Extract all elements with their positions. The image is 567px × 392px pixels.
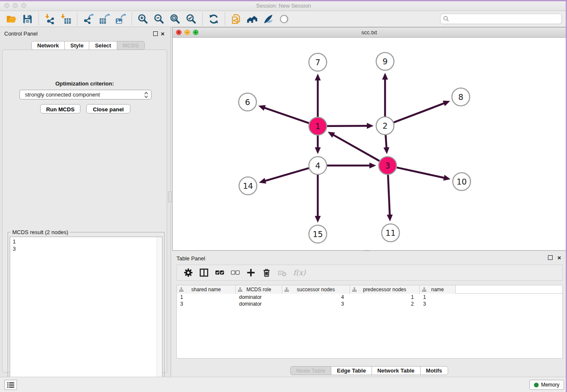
- tab-motifs[interactable]: Motifs: [420, 366, 448, 375]
- memory-status-icon: [534, 383, 539, 387]
- delete-column-button[interactable]: [259, 266, 274, 279]
- tab-edge-table[interactable]: Edge Table: [331, 366, 372, 375]
- duplicate-network-button[interactable]: [229, 12, 243, 26]
- save-session-button[interactable]: [21, 12, 34, 26]
- graph-node-9[interactable]: 9: [376, 52, 394, 70]
- column-header-name[interactable]: name: [420, 285, 456, 294]
- table-cell[interactable]: 3: [177, 301, 236, 307]
- column-header-shared-name[interactable]: shared name: [177, 285, 236, 294]
- table-cell[interactable]: 3: [282, 301, 350, 307]
- table-cell[interactable]: 3: [420, 301, 456, 307]
- unselect-all-columns-button[interactable]: [228, 266, 242, 279]
- network-graph[interactable]: 7968124314101511: [173, 38, 566, 250]
- control-panel-title: Control Panel: [4, 30, 38, 37]
- close-panel-button[interactable]: Close panel: [86, 104, 130, 113]
- graph-node-8[interactable]: 8: [452, 88, 470, 106]
- show-column-button[interactable]: [197, 266, 211, 279]
- float-panel-icon[interactable]: [153, 31, 158, 36]
- graph-node-3[interactable]: 3: [379, 157, 396, 174]
- table-cell[interactable]: dominator: [236, 301, 282, 307]
- graph-edge-arrow: [387, 215, 393, 221]
- graph-edge-3-11[interactable]: [388, 175, 390, 216]
- table-panel: Table Panel ×: [172, 252, 566, 377]
- float-table-panel-icon[interactable]: [548, 255, 553, 260]
- graph-edge-2-3[interactable]: [385, 135, 386, 149]
- graph-edge-3-1[interactable]: [333, 135, 380, 161]
- table-row[interactable]: 1dominator411: [177, 294, 562, 301]
- table-cell[interactable]: dominator: [236, 294, 282, 301]
- table-cell[interactable]: 4: [282, 294, 350, 301]
- memory-button[interactable]: Memory: [529, 380, 564, 390]
- zoom-out-button[interactable]: [152, 12, 166, 26]
- task-history-button[interactable]: [4, 380, 17, 390]
- search-input[interactable]: [440, 14, 562, 24]
- graph-edge-1-6[interactable]: [264, 108, 309, 123]
- table-row[interactable]: 3dominator323: [177, 301, 562, 307]
- column-header-predecessor-nodes[interactable]: predecessor nodes: [350, 285, 420, 294]
- graph-node-2[interactable]: 2: [376, 117, 394, 135]
- graph-edge-2-8[interactable]: [394, 103, 445, 122]
- close-panel-icon[interactable]: ×: [161, 31, 165, 36]
- tab-network-table[interactable]: Network Table: [372, 366, 421, 375]
- export-network-button[interactable]: [82, 12, 95, 26]
- graph-node-10[interactable]: 10: [453, 173, 471, 190]
- column-header-successor-nodes[interactable]: successor nodes: [282, 285, 350, 294]
- select-all-columns-button[interactable]: [212, 266, 227, 279]
- apply-style-button[interactable]: [261, 12, 275, 26]
- graph-node-6[interactable]: 6: [239, 93, 256, 111]
- graph-node-15[interactable]: 15: [309, 225, 327, 243]
- result-scrollbar[interactable]: [157, 237, 162, 389]
- table-settings-button[interactable]: [181, 266, 195, 279]
- show-graphics-details-button[interactable]: [278, 12, 291, 26]
- main-toolbar: [0, 11, 567, 27]
- control-tabs: NetworkStyleSelectMCDS: [31, 41, 145, 50]
- plus-icon: [246, 268, 256, 277]
- table-header: shared name MCDS role successor nodes pr…: [177, 285, 562, 294]
- graph-node-11[interactable]: 11: [382, 224, 399, 242]
- run-mcds-button[interactable]: Run MCDS: [40, 104, 80, 113]
- graph-edge-3-10[interactable]: [396, 168, 445, 178]
- import-network-button[interactable]: [43, 12, 57, 26]
- graph-node-1[interactable]: 1: [309, 117, 327, 135]
- table-cell[interactable]: 1: [177, 294, 236, 301]
- zoom-in-button[interactable]: [136, 12, 150, 26]
- graph-edge-arrow: [315, 216, 321, 223]
- close-table-panel-icon[interactable]: ×: [557, 255, 561, 260]
- zoom-in-icon: [138, 14, 149, 25]
- column-header-MCDS-role[interactable]: MCDS role: [236, 285, 282, 294]
- delete-table-button[interactable]: [275, 266, 289, 279]
- tab-style[interactable]: Style: [64, 41, 89, 50]
- table-cell[interactable]: 1: [350, 294, 420, 301]
- mcds-result-area[interactable]: 1 3: [10, 237, 162, 389]
- network-canvas[interactable]: 7968124314101511: [173, 38, 566, 250]
- export-table-button[interactable]: [98, 12, 111, 26]
- svg-text:3: 3: [385, 161, 390, 170]
- table-cell[interactable]: 2: [350, 301, 420, 307]
- tab-network[interactable]: Network: [31, 41, 65, 50]
- table-cell[interactable]: 1: [420, 294, 456, 301]
- tab-node-table[interactable]: Node Table: [290, 366, 331, 375]
- graph-edge-4-14[interactable]: [264, 168, 308, 181]
- tab-mcds[interactable]: MCDS: [117, 41, 145, 50]
- refresh-view-button[interactable]: [207, 12, 220, 26]
- add-column-button[interactable]: [244, 266, 258, 279]
- graph-node-7[interactable]: 7: [309, 53, 327, 71]
- table-panel-title: Table Panel: [176, 255, 205, 262]
- criterion-select[interactable]: strongly connected component: [19, 90, 151, 99]
- checked-boxes-icon: [215, 268, 224, 277]
- function-builder-button[interactable]: f(x): [291, 266, 306, 279]
- zoom-fit-button[interactable]: [168, 12, 182, 26]
- graph-edge-1-2[interactable]: [327, 126, 368, 126]
- graph-node-4[interactable]: 4: [309, 157, 327, 174]
- tab-select[interactable]: Select: [89, 41, 117, 50]
- table-toolbar: f(x): [176, 265, 563, 281]
- svg-text:10: 10: [457, 177, 467, 186]
- zoom-selected-button[interactable]: [184, 12, 198, 26]
- export-image-button[interactable]: [114, 12, 127, 26]
- import-table-button[interactable]: [59, 12, 73, 26]
- vertical-splitter-handle[interactable]: [168, 191, 172, 202]
- open-session-button[interactable]: [5, 12, 18, 26]
- graph-node-14[interactable]: 14: [239, 177, 257, 195]
- home-view-button[interactable]: [245, 12, 259, 26]
- fx-icon: f(x): [293, 268, 306, 277]
